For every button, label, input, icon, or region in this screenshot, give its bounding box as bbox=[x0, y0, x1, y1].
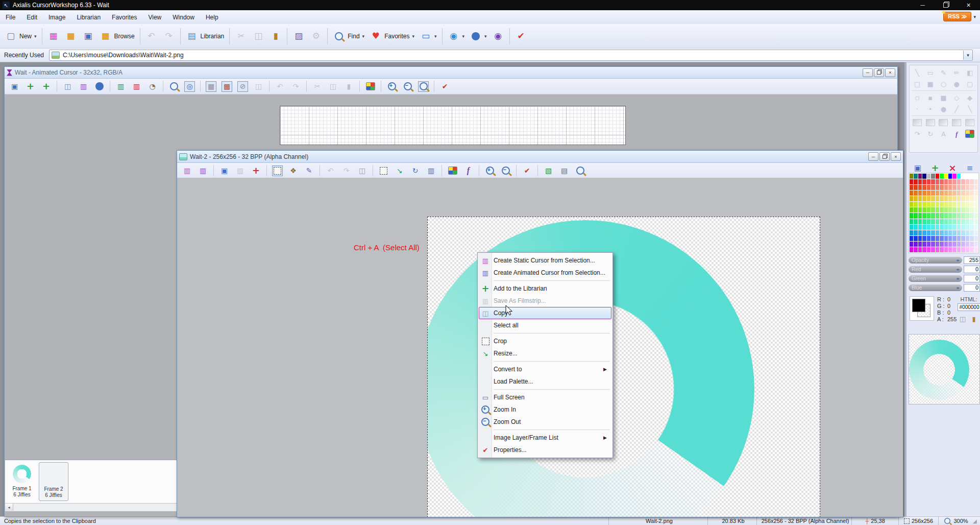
save-frames-button[interactable]: ▣ ▾ bbox=[7, 77, 22, 96]
palette-cell[interactable] bbox=[936, 242, 939, 247]
palette-cell[interactable] bbox=[970, 236, 973, 241]
palette-cell[interactable] bbox=[957, 179, 961, 184]
palette-cell[interactable] bbox=[948, 225, 952, 230]
palette-cell[interactable] bbox=[961, 190, 965, 196]
palette-cell[interactable] bbox=[922, 190, 926, 196]
foreground-color-swatch[interactable] bbox=[912, 299, 925, 312]
palette-cell[interactable] bbox=[940, 236, 943, 241]
palette-cell[interactable] bbox=[936, 247, 939, 252]
palette-cell[interactable] bbox=[952, 185, 956, 190]
shape-rect[interactable]: □ bbox=[911, 79, 923, 89]
palette-cell[interactable] bbox=[966, 225, 969, 230]
palette-cell[interactable] bbox=[910, 174, 913, 179]
palette-cell[interactable] bbox=[914, 236, 917, 241]
help-button[interactable]: ▾ bbox=[467, 27, 489, 46]
palette-cell[interactable] bbox=[910, 230, 913, 235]
palette-cell[interactable] bbox=[970, 219, 973, 224]
palette-button[interactable]: ▾ bbox=[362, 77, 378, 96]
palette-cell[interactable] bbox=[961, 247, 965, 252]
menu-item-properties[interactable]: ✔ Properties... ▶ bbox=[479, 444, 611, 456]
palette-cell[interactable] bbox=[948, 219, 952, 224]
menu-item-image-layer-frame-list[interactable]: Image Layer/Frame List ▶ bbox=[479, 432, 611, 444]
palette-cell[interactable] bbox=[940, 213, 943, 218]
brush-size-4[interactable]: ◇ bbox=[950, 92, 963, 103]
redo-button[interactable]: ↷ ▾ bbox=[160, 27, 178, 46]
palette-cell[interactable] bbox=[931, 236, 935, 241]
dot-size-1[interactable]: · bbox=[911, 104, 923, 114]
palette-cell[interactable] bbox=[961, 207, 965, 212]
film-delete-button[interactable]: ▥ ▾ bbox=[129, 77, 144, 96]
append-frame-button[interactable]: + ▾ bbox=[38, 77, 54, 96]
palette-cell[interactable] bbox=[948, 230, 952, 235]
palette-cell[interactable] bbox=[922, 196, 926, 201]
palette-cell[interactable] bbox=[940, 225, 943, 230]
menu-item-copy[interactable]: ◫ Copy ▶ bbox=[479, 307, 611, 319]
frames-scrollbar[interactable]: ◂ bbox=[5, 503, 177, 511]
slider-bar[interactable]: Green ◂▸ bbox=[909, 275, 962, 282]
palette-cell[interactable] bbox=[918, 174, 922, 179]
palette-cell[interactable] bbox=[927, 225, 930, 230]
palette-cell[interactable] bbox=[927, 230, 930, 235]
palette-cell[interactable] bbox=[931, 174, 935, 179]
browse-button[interactable]: ■ Browse ▾ bbox=[97, 27, 137, 46]
menubar-item-image[interactable]: Image bbox=[43, 11, 71, 23]
palette-cell[interactable] bbox=[944, 219, 948, 224]
favorites-button[interactable]: ♥ Favorites ▾ bbox=[367, 27, 417, 46]
palette-cell[interactable] bbox=[966, 185, 969, 190]
palette-cell[interactable] bbox=[914, 202, 917, 207]
palette-cell[interactable] bbox=[974, 213, 978, 218]
palette-cell[interactable] bbox=[927, 219, 930, 224]
menu-item-zoom-in[interactable]: Zoom In ▶ bbox=[479, 403, 611, 416]
palette-cell[interactable] bbox=[922, 247, 926, 252]
undo-button[interactable]: ↶ ▾ bbox=[272, 77, 288, 96]
transform-rotate[interactable]: ↻ bbox=[924, 129, 937, 139]
redo-button[interactable]: ↷ ▾ bbox=[288, 77, 304, 96]
menu-item-load-palette[interactable]: Load Palette... ▶ bbox=[479, 375, 611, 388]
palette-cell[interactable] bbox=[914, 219, 917, 224]
grid-toggle-button[interactable]: ▦ ▾ bbox=[203, 77, 219, 96]
palette-cell[interactable] bbox=[914, 207, 917, 212]
palette-cell[interactable] bbox=[931, 242, 935, 247]
palette-cell[interactable] bbox=[940, 202, 943, 207]
rss-button[interactable]: ＊ RSS ≫ bbox=[943, 12, 971, 21]
palette-cell[interactable] bbox=[952, 225, 956, 230]
palette-cell[interactable] bbox=[948, 236, 952, 241]
paste-color-button[interactable]: ▮ bbox=[970, 315, 978, 323]
hotspot-tool-button[interactable]: ◎ ▾ bbox=[182, 77, 198, 96]
palette-cell[interactable] bbox=[936, 174, 939, 179]
palette-cell[interactable] bbox=[927, 185, 930, 190]
palette-cell[interactable] bbox=[914, 213, 917, 218]
palette-cell[interactable] bbox=[961, 179, 965, 184]
test-button[interactable]: ✔ ▾ bbox=[437, 77, 453, 96]
wizard-button[interactable]: ▨ ▾ bbox=[290, 27, 307, 46]
wait2-minimize-button[interactable]: ─ bbox=[868, 152, 878, 161]
slider-value-field[interactable]: 0 bbox=[964, 284, 980, 292]
tool-pencil[interactable]: ✎ bbox=[937, 67, 949, 78]
palette-cell[interactable] bbox=[948, 202, 952, 207]
palette-cell[interactable] bbox=[966, 242, 969, 247]
palette-cell[interactable] bbox=[931, 185, 935, 190]
palette-cell[interactable] bbox=[957, 190, 961, 196]
palette-cell[interactable] bbox=[910, 213, 913, 218]
palette-cell[interactable] bbox=[944, 236, 948, 241]
palette-cell[interactable] bbox=[936, 225, 939, 230]
palette-cell[interactable] bbox=[974, 179, 978, 184]
menubar-item-view[interactable]: View bbox=[142, 11, 167, 23]
palette-cell[interactable] bbox=[931, 225, 935, 230]
palette-cell[interactable] bbox=[918, 219, 922, 224]
palette-cell[interactable] bbox=[970, 225, 973, 230]
find-button[interactable]: Find ▾ bbox=[330, 27, 367, 46]
overlay-toggle-button[interactable]: ▩ ▾ bbox=[219, 77, 235, 96]
shape-rounded-rect[interactable]: ▢ bbox=[964, 79, 976, 89]
palette-cell[interactable] bbox=[931, 190, 935, 196]
palette-cell[interactable] bbox=[927, 179, 930, 184]
palette-cell[interactable] bbox=[957, 219, 961, 224]
cut-button[interactable]: ✂ ▾ bbox=[232, 27, 250, 46]
palette-cell[interactable] bbox=[936, 213, 939, 218]
recent-path-combobox[interactable]: C:\Users\mouse\Downloads\Wait\Wait-2.png… bbox=[49, 50, 973, 61]
palette-cell[interactable] bbox=[966, 174, 969, 179]
palette-cell[interactable] bbox=[927, 190, 930, 196]
palette-cell[interactable] bbox=[948, 207, 952, 212]
dropdown-arrow-icon[interactable]: ▾ bbox=[412, 34, 415, 39]
palette-cell[interactable] bbox=[927, 236, 930, 241]
